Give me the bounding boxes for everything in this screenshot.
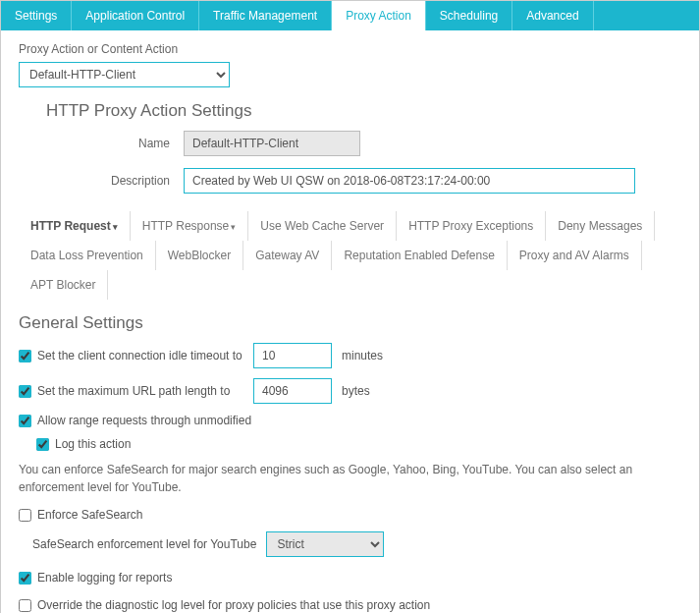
tab-advanced[interactable]: Advanced bbox=[512, 1, 593, 30]
general-settings-title: General Settings bbox=[19, 313, 681, 333]
enable-logging-label: Enable logging for reports bbox=[37, 571, 172, 585]
description-input[interactable] bbox=[184, 168, 635, 194]
allow-range-checkbox[interactable] bbox=[19, 415, 31, 427]
caret-down-icon: ▾ bbox=[113, 222, 118, 232]
enforce-safesearch-checkbox[interactable] bbox=[19, 509, 31, 522]
proxy-action-label: Proxy Action or Content Action bbox=[19, 42, 681, 56]
subtab-dlp[interactable]: Data Loss Prevention bbox=[19, 241, 156, 270]
name-label: Name bbox=[46, 137, 184, 150]
idle-timeout-unit: minutes bbox=[342, 349, 383, 362]
subtab-web-cache[interactable]: Use Web Cache Server bbox=[248, 211, 397, 241]
safesearch-help-text: You can enforce SafeSearch for major sea… bbox=[19, 461, 681, 496]
section-title: HTTP Proxy Action Settings bbox=[46, 101, 681, 121]
subtab-webblocker[interactable]: WebBlocker bbox=[156, 241, 243, 270]
idle-timeout-input[interactable] bbox=[253, 343, 332, 368]
override-diag-label: Override the diagnostic log level for pr… bbox=[37, 598, 430, 612]
caret-down-icon: ▾ bbox=[231, 222, 236, 232]
subtab-deny-messages[interactable]: Deny Messages bbox=[546, 211, 655, 241]
description-label: Description bbox=[46, 174, 184, 188]
safesearch-level-label: SafeSearch enforcement level for YouTube bbox=[32, 537, 256, 551]
content-area: Proxy Action or Content Action Default-H… bbox=[1, 30, 699, 613]
tab-settings[interactable]: Settings bbox=[1, 1, 72, 30]
override-diag-checkbox[interactable] bbox=[19, 599, 31, 612]
url-length-checkbox[interactable] bbox=[19, 385, 31, 398]
url-length-unit: bytes bbox=[342, 384, 370, 398]
safesearch-level-select[interactable]: Strict bbox=[266, 531, 384, 557]
subtab-proxy-exceptions[interactable]: HTTP Proxy Exceptions bbox=[397, 211, 546, 241]
idle-timeout-label: Set the client connection idle timeout t… bbox=[37, 349, 243, 362]
log-action-label: Log this action bbox=[55, 437, 131, 451]
name-input[interactable] bbox=[184, 131, 360, 156]
subtab-http-response[interactable]: HTTP Response▾ bbox=[131, 211, 248, 241]
subtab-red[interactable]: Reputation Enabled Defense bbox=[332, 241, 507, 270]
enforce-safesearch-label: Enforce SafeSearch bbox=[37, 508, 142, 522]
subtabs: HTTP Request▾ HTTP Response▾ Use Web Cac… bbox=[19, 211, 681, 300]
tab-proxy-action[interactable]: Proxy Action bbox=[332, 1, 426, 30]
log-action-checkbox[interactable] bbox=[36, 438, 49, 451]
idle-timeout-checkbox[interactable] bbox=[19, 350, 31, 362]
url-length-label: Set the maximum URL path length to bbox=[37, 384, 243, 398]
tab-scheduling[interactable]: Scheduling bbox=[426, 1, 512, 30]
subtab-apt-blocker[interactable]: APT Blocker bbox=[19, 270, 108, 300]
subtab-proxy-av-alarms[interactable]: Proxy and AV Alarms bbox=[508, 241, 642, 270]
subtab-http-request[interactable]: HTTP Request▾ bbox=[19, 211, 131, 241]
url-length-input[interactable] bbox=[253, 378, 332, 404]
proxy-action-select[interactable]: Default-HTTP-Client bbox=[19, 62, 230, 87]
allow-range-label: Allow range requests through unmodified bbox=[37, 414, 251, 427]
proxy-action-panel: Settings Application Control Traffic Man… bbox=[0, 0, 700, 613]
tab-traffic-management[interactable]: Traffic Management bbox=[199, 1, 332, 30]
subtab-gateway-av[interactable]: Gateway AV bbox=[243, 241, 332, 270]
main-tabs: Settings Application Control Traffic Man… bbox=[1, 1, 699, 30]
enable-logging-checkbox[interactable] bbox=[19, 572, 31, 585]
tab-application-control[interactable]: Application Control bbox=[72, 1, 199, 30]
